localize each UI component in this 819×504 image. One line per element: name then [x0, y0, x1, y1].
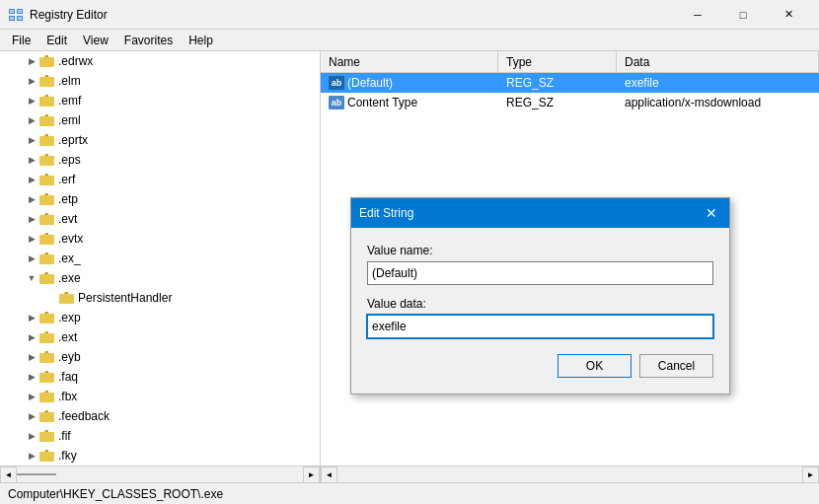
tree-item-elm[interactable]: ▶.elm	[0, 71, 320, 91]
value-name-input[interactable]	[367, 261, 713, 285]
tree-label-fbx: .fbx	[58, 390, 77, 403]
tree-item-etp[interactable]: ▶.etp	[0, 189, 320, 209]
tree-toggle-erf[interactable]: ▶	[24, 175, 39, 184]
left-scroll-track	[17, 473, 303, 475]
tree-item-emf[interactable]: ▶.emf	[0, 91, 320, 110]
left-scroll-thumb[interactable]	[17, 473, 56, 475]
right-scroll-left-arrow[interactable]: ◄	[321, 467, 337, 483]
tree-toggle-elm[interactable]: ▶	[24, 76, 39, 86]
column-data-header: Data	[617, 51, 819, 72]
tree-item-edrwx[interactable]: ▶.edrwx	[0, 51, 320, 71]
folder-icon-erf	[39, 173, 55, 186]
title-bar: Registry Editor ─ □ ✕	[0, 0, 819, 30]
tree-label-evt: .evt	[58, 212, 77, 226]
folder-icon-evt	[39, 212, 55, 226]
tree-toggle-fbx[interactable]: ▶	[24, 392, 39, 401]
minimize-button[interactable]: ─	[675, 0, 720, 30]
right-scroll-right-arrow[interactable]: ►	[802, 467, 819, 483]
folder-icon-edrwx	[39, 54, 55, 68]
tree-item-ext[interactable]: ▶.ext	[0, 327, 320, 347]
tree-toggle-exe[interactable]: ▼	[24, 273, 39, 283]
window-controls: ─ □ ✕	[675, 0, 811, 30]
reg-icon-0: ab	[329, 76, 344, 90]
tree-item-eprtx[interactable]: ▶.eprtx	[0, 130, 320, 150]
svg-rect-21	[39, 314, 54, 324]
tree-item-exp[interactable]: ▶.exp	[0, 308, 320, 327]
tree-item-evtx[interactable]: ▶.evtx	[0, 229, 320, 249]
folder-icon-fbx	[39, 390, 55, 403]
menu-item-help[interactable]: Help	[181, 32, 221, 49]
svg-rect-4	[10, 10, 14, 13]
tree-toggle-ex_[interactable]: ▶	[24, 253, 39, 263]
status-bar: Computer\HKEY_CLASSES_ROOT\.exe	[0, 482, 819, 504]
tree-toggle-evtx[interactable]: ▶	[24, 234, 39, 244]
tree-toggle-eprtx[interactable]: ▶	[24, 135, 39, 145]
tree-item-feedback[interactable]: ▶.feedback	[0, 406, 320, 426]
tree-toggle-exp[interactable]: ▶	[24, 313, 39, 323]
tree-item-eps[interactable]: ▶.eps	[0, 150, 320, 170]
right-row-0[interactable]: ab(Default)REG_SZexefile	[321, 73, 819, 93]
tree-item-fif[interactable]: ▶.fif	[0, 426, 320, 446]
cell-type-0: REG_SZ	[498, 76, 617, 90]
tree-toggle-emf[interactable]: ▶	[24, 96, 39, 106]
svg-rect-10	[39, 97, 54, 107]
edit-string-dialog[interactable]: Edit String ✕ Value name: Value data: OK…	[350, 197, 730, 395]
tree-toggle-fif[interactable]: ▶	[24, 431, 39, 441]
value-data-input[interactable]	[367, 315, 713, 338]
tree-item-fky[interactable]: ▶.fky	[0, 446, 320, 466]
tree-toggle-evt[interactable]: ▶	[24, 214, 39, 224]
name-text-0: (Default)	[347, 76, 393, 90]
svg-rect-22	[39, 333, 54, 343]
right-row-1[interactable]: abContent TypeREG_SZapplication/x-msdown…	[321, 93, 819, 112]
tree-toggle-feedback[interactable]: ▶	[24, 411, 39, 421]
tree-label-etp: .etp	[58, 192, 78, 206]
tree-item-ex_[interactable]: ▶.ex_	[0, 249, 320, 268]
cancel-button[interactable]: Cancel	[639, 354, 713, 378]
cell-data-0: exefile	[617, 76, 819, 90]
tree-toggle-etp[interactable]: ▶	[24, 194, 39, 204]
horizontal-scroll-area: ◄ ► ◄ ►	[0, 466, 819, 482]
folder-icon-ext	[39, 330, 55, 344]
tree-panel[interactable]: ▶.edrwx▶.elm▶.emf▶.eml▶.eprtx▶.eps▶.erf▶…	[0, 51, 321, 466]
tree-toggle-faq[interactable]: ▶	[24, 372, 39, 382]
svg-rect-11	[39, 116, 54, 126]
tree-item-persistenthandler[interactable]: PersistentHandler	[0, 288, 320, 308]
menu-item-favorites[interactable]: Favorites	[116, 32, 181, 49]
svg-rect-9	[39, 77, 54, 87]
close-button[interactable]: ✕	[766, 0, 811, 30]
tree-item-exe[interactable]: ▼.exe	[0, 268, 320, 288]
ok-button[interactable]: OK	[558, 354, 632, 378]
menu-item-file[interactable]: File	[4, 32, 38, 49]
svg-rect-12	[39, 136, 54, 146]
svg-rect-8	[39, 57, 54, 67]
folder-icon-etp	[39, 192, 55, 206]
tree-item-eml[interactable]: ▶.eml	[0, 110, 320, 130]
folder-icon-feedback	[39, 409, 55, 423]
menu-item-edit[interactable]: Edit	[38, 32, 75, 49]
tree-item-faq[interactable]: ▶.faq	[0, 367, 320, 387]
menu-bar: FileEditViewFavoritesHelp	[0, 30, 819, 51]
menu-item-view[interactable]: View	[75, 32, 116, 49]
folder-icon-persistenthandler	[59, 291, 75, 305]
tree-item-fbx[interactable]: ▶.fbx	[0, 387, 320, 406]
tree-item-evt[interactable]: ▶.evt	[0, 209, 320, 229]
folder-icon-faq	[39, 370, 55, 384]
tree-label-fky: .fky	[58, 449, 77, 463]
maximize-button[interactable]: □	[720, 0, 766, 30]
scroll-left-arrow[interactable]: ◄	[0, 467, 17, 483]
scroll-right-arrow[interactable]: ►	[303, 467, 320, 483]
tree-toggle-edrwx[interactable]: ▶	[24, 56, 39, 66]
tree-toggle-eyb[interactable]: ▶	[24, 352, 39, 362]
tree-toggle-fky[interactable]: ▶	[24, 451, 39, 461]
tree-item-erf[interactable]: ▶.erf	[0, 170, 320, 189]
svg-rect-27	[39, 432, 54, 442]
tree-toggle-ext[interactable]: ▶	[24, 332, 39, 342]
tree-toggle-eps[interactable]: ▶	[24, 155, 39, 165]
folder-icon-exe	[39, 271, 55, 285]
dialog-body: Value name: Value data: OK Cancel	[351, 228, 729, 394]
svg-rect-6	[10, 17, 14, 20]
dialog-close-button[interactable]: ✕	[702, 203, 721, 223]
tree-item-eyb[interactable]: ▶.eyb	[0, 347, 320, 367]
tree-label-ext: .ext	[58, 330, 77, 344]
tree-toggle-eml[interactable]: ▶	[24, 115, 39, 125]
